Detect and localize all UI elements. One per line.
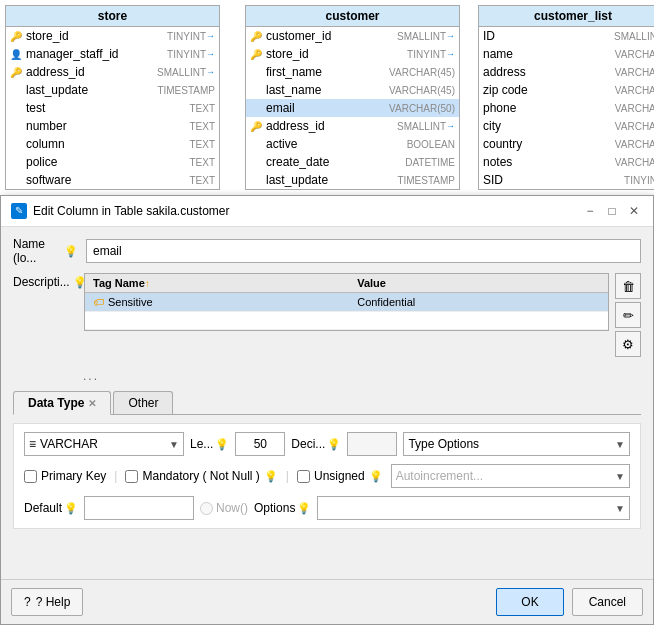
- person-icon: 👤: [10, 49, 24, 60]
- ok-button[interactable]: OK: [496, 588, 563, 616]
- datatype-value: VARCHAR: [36, 437, 169, 451]
- modal-title: ✎ Edit Column in Table sakila.customer: [11, 203, 230, 219]
- tag-value-cell: Confidential: [349, 293, 608, 312]
- arrow-icon: →: [206, 49, 215, 59]
- unsigned-label[interactable]: Unsigned 💡: [297, 469, 383, 483]
- table-row: last_update TIMESTAMP: [6, 81, 219, 99]
- unsigned-help-icon: 💡: [369, 470, 383, 483]
- modal-titlebar: ✎ Edit Column in Table sakila.customer −…: [1, 196, 653, 227]
- modal-controls: − □ ✕: [581, 202, 643, 220]
- length-label: Le... 💡: [190, 437, 229, 451]
- store-table: store 🔑 store_id TINYINT → 👤 manager_sta…: [5, 5, 220, 190]
- length-label-text: Le...: [190, 437, 213, 451]
- length-input[interactable]: [235, 432, 285, 456]
- name-row: Name (lo... 💡: [13, 237, 641, 265]
- default-row: Default 💡 Now() Options 💡 ▼: [24, 496, 630, 520]
- type-options-arrow: ▼: [615, 439, 625, 450]
- table-row: ID SMALLINT: [479, 27, 654, 45]
- primary-key-checkbox[interactable]: [24, 470, 37, 483]
- customer-list-table: customer_list ID SMALLINT name VARCHAR a…: [478, 5, 654, 190]
- delete-tag-button[interactable]: 🗑: [615, 273, 641, 299]
- description-label-text: Descripti...: [13, 275, 70, 289]
- default-help-icon: 💡: [64, 502, 78, 515]
- description-label: Descripti... 💡: [13, 273, 78, 289]
- maximize-button[interactable]: □: [603, 202, 621, 220]
- edit-column-modal: ✎ Edit Column in Table sakila.customer −…: [0, 195, 654, 625]
- modal-body: Name (lo... 💡 Descripti... 💡 Tag Name↑: [1, 227, 653, 579]
- datatype-select[interactable]: ≡ VARCHAR ▼: [24, 432, 184, 456]
- name-help-icon: 💡: [64, 245, 78, 258]
- name-input[interactable]: [86, 239, 641, 263]
- table-row: country VARCHAR: [479, 135, 654, 153]
- mandatory-text: Mandatory ( Not Null ): [142, 469, 259, 483]
- key-icon: 🔑: [250, 121, 264, 132]
- now-radio[interactable]: [200, 502, 213, 515]
- table-row: last_name VARCHAR(45): [246, 81, 459, 99]
- unsigned-checkbox[interactable]: [297, 470, 310, 483]
- datatype-dropdown-arrow: ▼: [169, 439, 179, 450]
- mandatory-help-icon: 💡: [264, 470, 278, 483]
- deci-input[interactable]: [347, 432, 397, 456]
- type-options-label: Type Options: [408, 437, 479, 451]
- table-row: create_date DATETIME: [246, 153, 459, 171]
- key-icon: 🔑: [250, 49, 264, 60]
- datatype-section: ≡ VARCHAR ▼ Le... 💡 Deci... 💡 Type Optio…: [13, 423, 641, 529]
- table-row: zip code VARCHAR: [479, 81, 654, 99]
- tab-other[interactable]: Other: [113, 391, 173, 414]
- tag-row[interactable]: 🏷Sensitive Confidential: [85, 293, 608, 312]
- type-options-select[interactable]: Type Options ▼: [403, 432, 630, 456]
- arrow-icon: →: [206, 31, 215, 41]
- table-row: address VARCHAR: [479, 63, 654, 81]
- settings-tag-button[interactable]: ⚙: [615, 331, 641, 357]
- default-label: Default 💡: [24, 501, 78, 515]
- table-row: test TEXT: [6, 99, 219, 117]
- cancel-button[interactable]: Cancel: [572, 588, 643, 616]
- modal-title-text: Edit Column in Table sakila.customer: [33, 204, 230, 218]
- tag-hint-icon: ↑: [145, 278, 150, 289]
- options-row-1: Primary Key | Mandatory ( Not Null ) 💡 |…: [24, 464, 630, 488]
- key-icon: 🔑: [250, 31, 264, 42]
- help-button[interactable]: ? ? Help: [11, 588, 83, 616]
- tag-value-header: Value: [349, 274, 608, 293]
- mandatory-checkbox[interactable]: [125, 470, 138, 483]
- tags-table-wrapper: Tag Name↑ Value 🏷Sensitive Confidential: [84, 273, 609, 331]
- tag-icon: 🏷: [93, 296, 104, 308]
- tag-action-buttons: 🗑 ✏ ⚙: [615, 273, 641, 357]
- customer-list-table-header: customer_list: [479, 6, 654, 27]
- table-row: first_name VARCHAR(45): [246, 63, 459, 81]
- minimize-button[interactable]: −: [581, 202, 599, 220]
- arrow-icon: →: [446, 121, 455, 131]
- autoincrement-text: Autoincrement...: [396, 469, 483, 483]
- key-icon: 🔑: [10, 31, 24, 42]
- tags-table: Tag Name↑ Value 🏷Sensitive Confidential: [85, 274, 608, 330]
- close-button[interactable]: ✕: [625, 202, 643, 220]
- default-input[interactable]: [84, 496, 194, 520]
- primary-key-label[interactable]: Primary Key: [24, 469, 106, 483]
- deci-label-text: Deci...: [291, 437, 325, 451]
- table-row: SID TINYINT: [479, 171, 654, 189]
- options-select[interactable]: ▼: [317, 496, 630, 520]
- autoincrement-select[interactable]: Autoincrement... ▼: [391, 464, 630, 488]
- now-radio-label[interactable]: Now(): [200, 501, 248, 515]
- primary-key-text: Primary Key: [41, 469, 106, 483]
- options-label-text: Options: [254, 501, 295, 515]
- table-row: 👤 manager_staff_id TINYINT →: [6, 45, 219, 63]
- table-row: 🔑 address_id SMALLINT →: [246, 117, 459, 135]
- table-row: column TEXT: [6, 135, 219, 153]
- tab-close-icon[interactable]: ✕: [88, 398, 96, 409]
- tag-empty-row: [85, 312, 608, 330]
- unsigned-text: Unsigned: [314, 469, 365, 483]
- tabs-row: Data Type ✕ Other: [13, 391, 641, 415]
- dots-text: ...: [83, 369, 99, 383]
- modal-icon: ✎: [11, 203, 27, 219]
- edit-tag-button[interactable]: ✏: [615, 302, 641, 328]
- mandatory-label[interactable]: Mandatory ( Not Null ) 💡: [125, 469, 277, 483]
- table-row: 🔑 customer_id SMALLINT →: [246, 27, 459, 45]
- table-row: 🔑 address_id SMALLINT →: [6, 63, 219, 81]
- diagram-area: store 🔑 store_id TINYINT → 👤 manager_sta…: [0, 0, 654, 205]
- tab-other-label: Other: [128, 396, 158, 410]
- tag-name-cell: 🏷Sensitive: [85, 293, 349, 312]
- table-row: number TEXT: [6, 117, 219, 135]
- name-label: Name (lo... 💡: [13, 237, 78, 265]
- tab-data-type[interactable]: Data Type ✕: [13, 391, 111, 415]
